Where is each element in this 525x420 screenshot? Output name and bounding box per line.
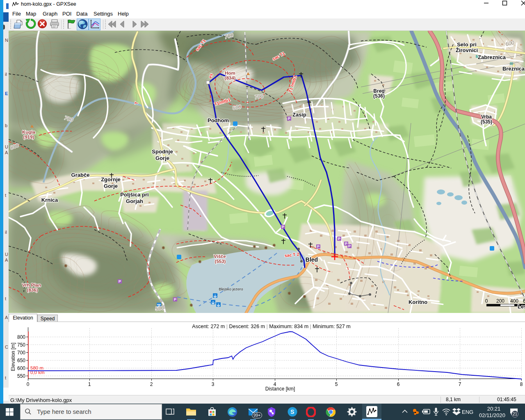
svg-text:600: 600 — [17, 365, 25, 371]
svg-text:0: 0 — [27, 381, 30, 387]
svg-text:S: S — [290, 409, 294, 415]
svg-text:✺: ✺ — [264, 245, 267, 250]
svg-text:P: P — [348, 244, 351, 248]
svg-text:600: 600 — [232, 104, 242, 111]
svg-text:700: 700 — [17, 350, 25, 356]
svg-text:Elevation [m]: Elevation [m] — [10, 342, 16, 371]
svg-text:Lesc: Lesc — [518, 304, 525, 310]
svg-text:Gorje: Gorje — [155, 155, 169, 161]
svg-text:✺: ✺ — [287, 291, 291, 296]
svg-text:400: 400 — [510, 298, 518, 304]
svg-text:750: 750 — [17, 342, 25, 348]
svg-text:P: P — [288, 116, 290, 121]
svg-text:Grabče: Grabče — [71, 172, 90, 178]
svg-text:7: 7 — [459, 381, 461, 387]
svg-text:Žirovnici: Žirovnici — [456, 47, 478, 53]
svg-text:(536): (536) — [373, 93, 385, 99]
svg-text:(535): (535) — [481, 119, 492, 125]
svg-text:Distance [km]: Distance [km] — [265, 386, 295, 392]
svg-text:✺: ✺ — [198, 259, 201, 264]
svg-text:600: 600 — [523, 298, 525, 304]
svg-text:Selo pri: Selo pri — [457, 41, 477, 48]
svg-text:Hom: Hom — [225, 71, 235, 75]
svg-text:P: P — [174, 297, 176, 301]
svg-text:P: P — [345, 242, 347, 246]
svg-text:P: P — [317, 244, 320, 249]
svg-text:✺: ✺ — [252, 244, 256, 249]
svg-text:Breznica: Breznica — [502, 66, 525, 72]
svg-text:Zgornje: Zgornje — [101, 176, 121, 183]
svg-text:650: 650 — [17, 358, 25, 363]
svg-text:6: 6 — [397, 381, 400, 387]
svg-text:✺: ✺ — [302, 294, 306, 299]
svg-text:(919): (919) — [23, 135, 34, 139]
svg-text:Kugla: Kugla — [22, 130, 36, 135]
svg-text:0: 0 — [485, 298, 488, 304]
svg-text:5: 5 — [335, 381, 338, 387]
svg-text:✺: ✺ — [64, 263, 67, 268]
svg-text:Gorjah: Gorjah — [126, 198, 143, 204]
svg-text:2: 2 — [150, 381, 153, 387]
svg-text:P: P — [282, 225, 284, 229]
svg-text:Poljšica pri: Poljšica pri — [120, 192, 148, 198]
svg-text:Vrh Plan: Vrh Plan — [22, 283, 41, 288]
svg-text:Spodnje: Spodnje — [152, 148, 173, 155]
svg-text:8: 8 — [520, 381, 523, 387]
svg-text:Gorje: Gorje — [104, 183, 118, 189]
svg-text:P: P — [119, 279, 121, 283]
svg-text:Blejsko jezero: Blejsko jezero — [219, 287, 243, 291]
svg-text:700: 700 — [254, 93, 264, 100]
svg-text:P: P — [338, 237, 340, 241]
svg-text:500: 500 — [155, 305, 165, 312]
svg-text:Višče: Višče — [214, 254, 226, 259]
svg-text:Zasip: Zasip — [292, 112, 306, 118]
svg-text:(836): (836) — [27, 288, 38, 292]
svg-text:200: 200 — [496, 298, 504, 304]
svg-text:(553): (553) — [215, 259, 226, 264]
svg-text:Podhom: Podhom — [208, 117, 229, 123]
svg-text:Bled: Bled — [306, 256, 318, 263]
svg-text:✺: ✺ — [272, 243, 276, 248]
svg-text:550: 550 — [17, 373, 25, 379]
svg-text:1: 1 — [88, 381, 91, 387]
svg-text:3: 3 — [212, 381, 215, 387]
svg-text:(834): (834) — [225, 75, 236, 80]
svg-text:✺: ✺ — [161, 245, 165, 250]
svg-text:Krnica: Krnica — [41, 197, 58, 203]
svg-text:✺: ✺ — [189, 303, 193, 308]
svg-text:Koritno: Koritno — [409, 299, 427, 305]
svg-text:800: 800 — [17, 334, 25, 340]
svg-text:Zabreznica: Zabreznica — [478, 54, 506, 60]
